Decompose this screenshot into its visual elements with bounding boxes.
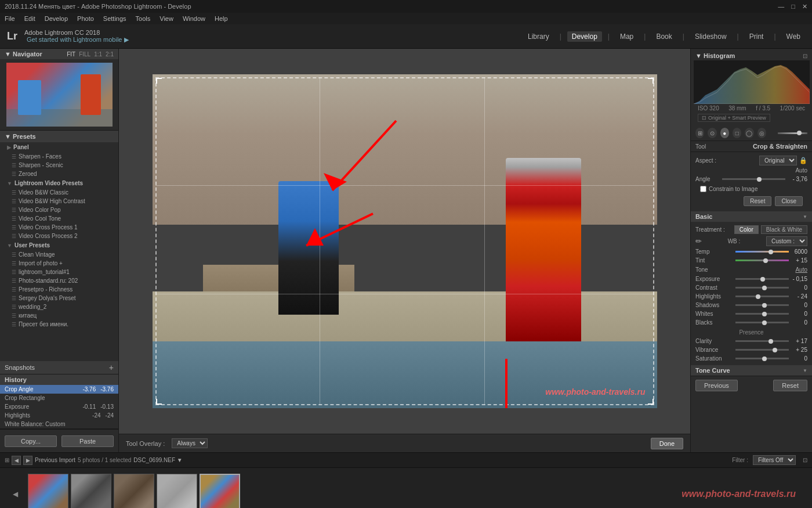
- graduated-filter-icon[interactable]: □: [733, 128, 741, 138]
- nav-slideshow[interactable]: Slideshow: [690, 31, 731, 42]
- view-1-1[interactable]: 1:1: [94, 51, 102, 57]
- menu-settings[interactable]: Settings: [103, 15, 126, 22]
- blacks-slider[interactable]: [735, 322, 789, 323]
- preset-bez-imeni[interactable]: ☰ Пресет без имени.: [0, 320, 118, 329]
- preset-import-photo[interactable]: ☰ Import of photo +: [0, 259, 118, 268]
- menu-window[interactable]: Window: [183, 15, 205, 22]
- preset-group-user[interactable]: ▼ User Presets: [0, 240, 118, 250]
- clarity-slider[interactable]: [735, 340, 789, 342]
- constrain-checkbox[interactable]: [700, 186, 706, 192]
- preset-group-panel-item[interactable]: ▶ Panel: [0, 142, 118, 152]
- preset-clean-vintage[interactable]: ☰ Clean Vintage: [0, 250, 118, 259]
- contrast-slider[interactable]: [735, 287, 789, 289]
- grid-view-btn[interactable]: ⊞: [5, 457, 9, 463]
- nav-map[interactable]: Map: [615, 31, 638, 42]
- menu-file[interactable]: File: [5, 15, 15, 22]
- color-btn[interactable]: Color: [734, 225, 759, 234]
- preset-presetpro[interactable]: ☰ Presetpro - Richness: [0, 285, 118, 294]
- next-nav-btn[interactable]: ▶: [23, 456, 32, 465]
- mobile-link[interactable]: Get started with Lightroom mobile ▶: [27, 36, 129, 44]
- saturation-slider[interactable]: [735, 358, 789, 359]
- reset-button[interactable]: Reset: [773, 380, 807, 391]
- red-eye-icon[interactable]: ●: [720, 128, 729, 138]
- preset-sharpen-faces[interactable]: ☰ Sharpen - Faces: [0, 152, 118, 161]
- preset-video-bw-classic[interactable]: ☰ Video B&W Classic: [0, 188, 118, 197]
- paste-button[interactable]: Paste: [61, 435, 114, 447]
- close-btn[interactable]: ✕: [802, 3, 807, 10]
- menu-view[interactable]: View: [160, 15, 173, 22]
- preset-kitaec[interactable]: ☰ китаец: [0, 311, 118, 320]
- preset-sergey[interactable]: ☰ Sergey Dolya's Preset: [0, 294, 118, 302]
- angle-slider[interactable]: [722, 178, 785, 180]
- filmstrip-thumb-3[interactable]: [114, 474, 154, 509]
- preset-video-color-pop[interactable]: ☰ Video Color Pop: [0, 206, 118, 214]
- histogram-expand-icon[interactable]: ⊡: [803, 53, 807, 59]
- preset-lr-tutorial[interactable]: ☰ lightroom_tutorial#1: [0, 268, 118, 276]
- eyedropper-icon[interactable]: ✏: [695, 237, 702, 246]
- menu-edit[interactable]: Edit: [24, 15, 35, 22]
- tone-auto-btn[interactable]: Auto: [795, 266, 807, 273]
- whites-slider[interactable]: [735, 313, 789, 315]
- history-item-highlights[interactable]: Highlights -24-24: [0, 411, 118, 420]
- aspect-select[interactable]: Original 1:1 4:3 16:9: [759, 156, 797, 165]
- previous-button[interactable]: Previous: [695, 380, 738, 391]
- tool-overlay-select[interactable]: Always Never Auto: [172, 438, 208, 448]
- view-fill[interactable]: FILL: [79, 51, 90, 57]
- preset-video-cross2[interactable]: ☰ Video Cross Process 2: [0, 232, 118, 240]
- filter-icon[interactable]: ⊡: [803, 457, 807, 463]
- filmstrip-thumb-5-active[interactable]: [200, 474, 240, 509]
- preset-sharpen-scenic[interactable]: ☰ Sharpen - Scenic: [0, 161, 118, 170]
- preset-group-video[interactable]: ▼ Lightroom Video Presets: [0, 178, 118, 188]
- history-item-wb[interactable]: White Balance: Custom: [0, 420, 118, 428]
- view-fit[interactable]: FIT: [67, 51, 75, 57]
- presets-header[interactable]: ▼ Presets: [0, 131, 118, 142]
- preset-wedding2[interactable]: ☰ wedding_2: [0, 302, 118, 311]
- filmstrip-thumb-2[interactable]: [71, 474, 111, 509]
- preset-video-cross1[interactable]: ☰ Video Cross Process 1: [0, 223, 118, 232]
- done-button[interactable]: Done: [651, 438, 683, 449]
- preset-photo-standard[interactable]: ☰ Photo-standard.ru: 202: [0, 276, 118, 285]
- crop-close-btn[interactable]: Close: [775, 196, 803, 206]
- crop-tool-icon[interactable]: ⊞: [695, 128, 704, 138]
- prev-nav-btn[interactable]: ◀: [12, 456, 21, 465]
- menu-develop[interactable]: Develop: [45, 15, 68, 22]
- nav-develop[interactable]: Develop: [567, 31, 602, 42]
- filmstrip-thumb-1[interactable]: [28, 474, 68, 509]
- exposure-slider[interactable]: [735, 278, 789, 280]
- preset-video-cool-tone[interactable]: ☰ Video Cool Tone: [0, 214, 118, 223]
- adjustment-brush-icon[interactable]: ◎: [757, 128, 766, 138]
- history-item-crop-angle[interactable]: Crop Angle -3.76-3.76: [0, 385, 118, 394]
- history-item-crop-rect[interactable]: Crop Rectangle: [0, 394, 118, 402]
- copy-button[interactable]: Copy...: [5, 435, 57, 447]
- highlights-slider[interactable]: [735, 296, 789, 297]
- snapshots-add-btn[interactable]: +: [109, 363, 114, 372]
- minimize-btn[interactable]: —: [778, 3, 784, 10]
- bw-btn[interactable]: Black & White: [761, 225, 807, 234]
- history-item-exposure[interactable]: Exposure -0.11-0.13: [0, 402, 118, 411]
- wb-select[interactable]: Custom : As Shot Auto Daylight: [766, 236, 807, 246]
- basic-section-header[interactable]: Basic ▼: [691, 211, 812, 222]
- nav-book[interactable]: Book: [651, 31, 676, 42]
- nav-library[interactable]: Library: [523, 31, 554, 42]
- preset-zeroed[interactable]: ☰ Zeroed: [0, 170, 118, 178]
- nav-web[interactable]: Web: [782, 31, 805, 42]
- filmstrip-thumb-4[interactable]: [157, 474, 197, 509]
- tint-slider[interactable]: [735, 260, 789, 261]
- tone-curve-header[interactable]: Tone Curve ▼: [691, 365, 812, 376]
- view-2-1[interactable]: 2:1: [106, 51, 114, 57]
- photo-area[interactable]: www.photo-and-travels.ru: [119, 49, 690, 434]
- menu-help[interactable]: Help: [215, 15, 228, 22]
- temp-slider[interactable]: [735, 251, 789, 253]
- radial-filter-icon[interactable]: ◯: [745, 128, 753, 138]
- maximize-btn[interactable]: □: [791, 3, 795, 10]
- preset-video-bw-hc[interactable]: ☰ Video B&W High Contrast: [0, 197, 118, 206]
- menu-tools[interactable]: Tools: [136, 15, 151, 22]
- vibrance-slider[interactable]: [735, 349, 789, 351]
- filter-select[interactable]: Filters Off Flagged Rated: [753, 455, 796, 465]
- nav-print[interactable]: Print: [745, 31, 768, 42]
- shadows-slider[interactable]: [735, 304, 789, 306]
- filmstrip-scroll-left[interactable]: ◀: [13, 490, 18, 498]
- spot-remove-icon[interactable]: ⊙: [708, 128, 716, 138]
- menu-photo[interactable]: Photo: [77, 15, 94, 22]
- previous-import-label[interactable]: Previous Import: [35, 457, 75, 463]
